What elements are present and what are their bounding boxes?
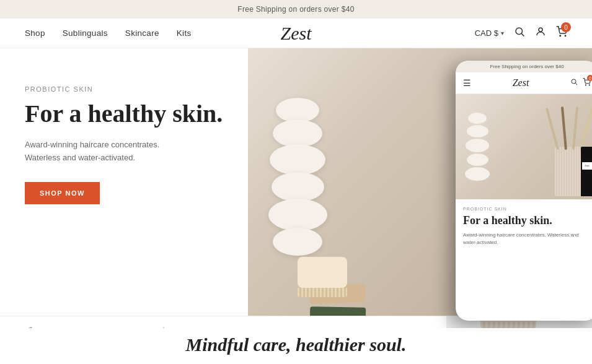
phone-cart-badge: 0 [587,75,592,81]
phone-screen: Free Shipping on orders over $40 ☰ Zest [456,61,592,321]
hero-title: For a healthy skin. [25,99,223,129]
cart-badge: 0 [561,22,571,32]
phone-bottle-label: Zesto [582,162,592,170]
svg-line-15 [575,83,577,85]
nav-item-skincare[interactable]: Skincare [125,28,159,38]
account-icon [535,26,546,40]
svg-point-3 [560,35,561,37]
currency-selector[interactable]: CAD $ ▾ [475,28,504,38]
phone-announcement-text: Free Shipping on orders over $40 [490,64,563,69]
nav-item-kits[interactable]: Kits [177,28,192,38]
hero-subtitle-line2: Waterless and water-activated. [25,153,135,162]
phone-vase-mini [462,100,493,193]
site-logo[interactable]: Zest [280,23,311,44]
search-icon [514,26,525,40]
phone-hero-content: PROBIOTIC SKIN For a healthy skin. Award… [456,199,592,254]
mobile-overlay: Free Shipping on orders over $40 ☰ Zest [431,48,592,353]
category-label: PROBIOTIC SKIN [25,85,223,93]
svg-point-4 [565,35,566,37]
phone-hero-title: For a healthy skin. [463,214,591,228]
svg-line-1 [521,33,524,36]
announcement-text: Free Shipping on orders over $40 [237,5,354,14]
svg-point-16 [585,85,586,85]
hero-subtitle-line1: Award-winning haircare concentrates. [25,140,159,149]
svg-point-2 [539,28,542,32]
phone-announcement-bar: Free Shipping on orders over $40 [456,61,592,72]
hamburger-icon: ☰ [463,78,471,89]
phone-hero-subtitle: Award-winning haircare concentrates. Wat… [463,232,591,246]
hero-right: Free Shipping on orders over $40 ☰ Zest [248,48,592,353]
main-content: PROBIOTIC SKIN For a healthy skin. Award… [0,48,592,353]
nav-item-shop[interactable]: Shop [25,28,45,38]
hero-subtitle: Award-winning haircare concentrates. Wat… [25,139,223,165]
phone-cart-wrap: 0 [583,77,591,89]
section-title-area: Mindful care, healthier soul. [0,328,592,364]
site-header: Shop Sublinguals Skincare Kits Zest CAD … [0,19,592,48]
svg-point-14 [572,79,576,84]
phone-bottle: Zesto [581,147,592,196]
phone-category-label: PROBIOTIC SKIN [463,207,591,211]
shop-now-button[interactable]: SHOP NOW [25,182,100,204]
account-button[interactable] [535,26,546,40]
nav-item-sublinguals[interactable]: Sublinguals [63,28,108,38]
phone-frame: Free Shipping on orders over $40 ☰ Zest [456,61,592,321]
search-button[interactable] [514,26,525,40]
cart-button[interactable]: 0 [556,26,567,40]
svg-point-0 [516,28,523,35]
scrub-brush [298,257,347,297]
phone-header-icons: 0 [570,77,591,89]
section-title: Mindful care, healthier soul. [0,334,592,355]
phone-hero-image: Zesto [456,94,592,199]
announcement-bar: Free Shipping on orders over $40 [0,0,592,19]
hero-left: PROBIOTIC SKIN For a healthy skin. Award… [0,48,248,353]
header-actions: CAD $ ▾ 0 [475,26,567,40]
phone-logo: Zest [513,77,529,89]
phone-header: ☰ Zest [456,72,592,94]
currency-label: CAD $ [475,28,498,38]
svg-point-17 [589,85,590,85]
chevron-down-icon: ▾ [501,30,504,37]
phone-search-icon [570,78,578,88]
main-nav: Shop Sublinguals Skincare Kits [25,28,192,38]
